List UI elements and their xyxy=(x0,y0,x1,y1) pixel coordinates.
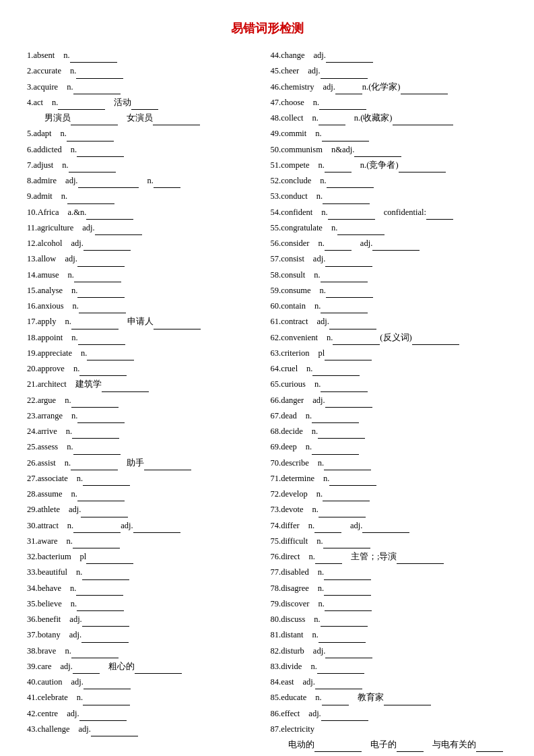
answer-blank[interactable] xyxy=(73,665,100,674)
answer-blank[interactable] xyxy=(77,289,125,298)
answer-blank[interactable] xyxy=(335,86,362,94)
answer-blank[interactable] xyxy=(312,414,359,423)
answer-blank[interactable] xyxy=(67,133,114,141)
answer-blank[interactable] xyxy=(84,242,131,251)
answer-blank[interactable] xyxy=(323,195,370,204)
answer-blank[interactable] xyxy=(319,117,345,125)
answer-blank[interactable] xyxy=(79,367,127,376)
answer-blank[interactable] xyxy=(314,743,362,752)
answer-blank[interactable] xyxy=(81,634,129,643)
answer-blank[interactable] xyxy=(133,524,180,533)
answer-blank[interactable] xyxy=(81,509,128,517)
answer-blank[interactable] xyxy=(319,101,366,110)
answer-blank[interactable] xyxy=(314,524,341,533)
answer-blank[interactable] xyxy=(324,462,371,470)
answer-blank[interactable] xyxy=(73,446,121,455)
answer-blank[interactable] xyxy=(70,54,117,63)
answer-blank[interactable] xyxy=(323,493,370,501)
answer-blank[interactable] xyxy=(315,681,362,689)
answer-blank[interactable] xyxy=(154,321,201,329)
answer-blank[interactable] xyxy=(362,524,409,533)
answer-blank[interactable] xyxy=(325,258,372,267)
answer-blank[interactable] xyxy=(372,242,420,251)
answer-blank[interactable] xyxy=(317,665,364,674)
answer-blank[interactable] xyxy=(399,164,446,172)
answer-blank[interactable] xyxy=(322,133,369,141)
answer-blank[interactable] xyxy=(82,618,129,627)
answer-blank[interactable] xyxy=(324,571,371,580)
answer-blank[interactable] xyxy=(321,618,368,627)
answer-blank[interactable] xyxy=(71,399,119,408)
answer-blank[interactable] xyxy=(77,493,125,501)
answer-blank[interactable] xyxy=(328,211,375,220)
answer-blank[interactable] xyxy=(86,211,133,220)
answer-blank[interactable] xyxy=(71,117,118,125)
answer-blank[interactable] xyxy=(144,462,191,470)
answer-blank[interactable] xyxy=(87,352,134,360)
answer-blank[interactable] xyxy=(312,446,359,455)
answer-blank[interactable] xyxy=(91,728,138,736)
answer-blank[interactable] xyxy=(397,555,444,564)
answer-blank[interactable] xyxy=(323,540,370,548)
answer-blank[interactable] xyxy=(131,101,158,110)
answer-blank[interactable] xyxy=(58,101,105,110)
answer-blank[interactable] xyxy=(76,70,123,79)
answer-blank[interactable] xyxy=(324,587,371,596)
answer-blank[interactable] xyxy=(84,681,131,689)
answer-blank[interactable] xyxy=(321,274,368,282)
answer-blank[interactable] xyxy=(393,117,453,125)
answer-blank[interactable] xyxy=(315,555,342,564)
answer-blank[interactable] xyxy=(476,743,503,752)
answer-blank[interactable] xyxy=(327,179,374,188)
answer-blank[interactable] xyxy=(71,462,118,470)
answer-blank[interactable] xyxy=(321,383,368,392)
answer-blank[interactable] xyxy=(337,226,385,235)
answer-blank[interactable] xyxy=(77,414,125,423)
answer-blank[interactable] xyxy=(79,712,127,721)
answer-blank[interactable] xyxy=(426,211,453,220)
answer-blank[interactable] xyxy=(73,540,120,548)
answer-blank[interactable] xyxy=(76,587,123,596)
answer-blank[interactable] xyxy=(95,226,142,235)
answer-blank[interactable] xyxy=(83,477,130,486)
answer-blank[interactable] xyxy=(73,86,121,94)
answer-blank[interactable] xyxy=(401,86,448,94)
answer-blank[interactable] xyxy=(321,305,368,313)
answer-blank[interactable] xyxy=(319,634,366,643)
answer-blank[interactable] xyxy=(318,430,365,439)
answer-blank[interactable] xyxy=(153,117,200,125)
answer-blank[interactable] xyxy=(329,477,376,486)
answer-blank[interactable] xyxy=(86,555,133,564)
answer-blank[interactable] xyxy=(325,242,352,251)
answer-blank[interactable] xyxy=(67,195,114,204)
answer-blank[interactable] xyxy=(325,602,372,611)
answer-blank[interactable] xyxy=(79,305,126,313)
answer-blank[interactable] xyxy=(412,336,459,345)
answer-blank[interactable] xyxy=(321,712,368,721)
answer-blank[interactable] xyxy=(74,274,121,282)
answer-blank[interactable] xyxy=(325,352,372,360)
answer-blank[interactable] xyxy=(384,697,431,705)
answer-blank[interactable] xyxy=(397,743,424,752)
answer-blank[interactable] xyxy=(77,602,124,611)
answer-blank[interactable] xyxy=(78,336,125,345)
answer-blank[interactable] xyxy=(312,367,360,376)
answer-blank[interactable] xyxy=(321,70,368,79)
answer-blank[interactable] xyxy=(77,148,124,157)
answer-blank[interactable] xyxy=(77,258,125,267)
answer-blank[interactable] xyxy=(354,148,401,157)
answer-blank[interactable] xyxy=(102,383,149,392)
answer-blank[interactable] xyxy=(154,179,180,188)
answer-blank[interactable] xyxy=(83,697,130,705)
answer-blank[interactable] xyxy=(333,336,380,345)
answer-blank[interactable] xyxy=(71,650,119,658)
answer-blank[interactable] xyxy=(71,321,119,329)
answer-blank[interactable] xyxy=(69,164,116,172)
answer-blank[interactable] xyxy=(325,650,372,658)
answer-blank[interactable] xyxy=(78,179,139,188)
answer-blank[interactable] xyxy=(322,697,349,705)
answer-blank[interactable] xyxy=(82,571,129,580)
answer-blank[interactable] xyxy=(326,54,373,63)
answer-blank[interactable] xyxy=(135,665,182,674)
answer-blank[interactable] xyxy=(73,524,121,533)
